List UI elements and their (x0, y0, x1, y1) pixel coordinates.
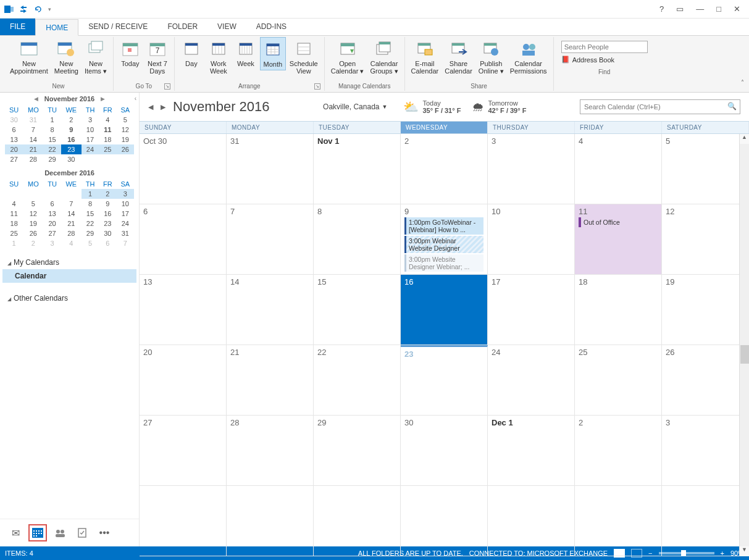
tab-home[interactable]: HOME (35, 19, 78, 36)
tab-send-receive[interactable]: SEND / RECEIVE (78, 19, 157, 35)
arrange-launcher-icon[interactable]: ↘ (314, 83, 320, 90)
mini-cal-day[interactable]: 5 (117, 115, 134, 125)
open-calendar-button[interactable]: Open Calendar ▾ (328, 37, 367, 77)
mini-cal-day[interactable]: 24 (82, 144, 99, 154)
weather-location[interactable]: Oakville, Canada▼ (323, 102, 387, 111)
prev-month-icon[interactable]: ◀ (31, 96, 41, 102)
zoom-slider[interactable] (659, 552, 714, 554)
mini-cal-day[interactable]: 27 (5, 154, 23, 164)
mini-cal-day[interactable]: 21 (61, 219, 82, 228)
mini-cal-day[interactable]: 2 (61, 115, 82, 125)
mini-cal-day[interactable]: 13 (43, 209, 61, 219)
mini-cal-day[interactable]: 25 (5, 228, 23, 238)
day-button[interactable]: Day (178, 37, 204, 69)
calendar-cell[interactable] (227, 486, 314, 556)
mail-nav-icon[interactable]: ✉ (6, 524, 25, 541)
calendar-event[interactable]: 3:00pm Website Designer Webinar; ... (404, 254, 483, 272)
mini-cal-day[interactable]: 5 (23, 199, 43, 209)
tab-file[interactable]: FILE (0, 19, 35, 35)
calendar-cell[interactable]: 11Out of Office (575, 204, 662, 275)
schedule-view-button[interactable]: Schedule View (287, 37, 320, 77)
mini-cal-day[interactable]: 7 (23, 125, 43, 135)
work-week-button[interactable]: Work Week (206, 37, 232, 77)
month-button[interactable]: Month (260, 37, 286, 70)
mini-cal-day[interactable]: 18 (5, 219, 23, 228)
mini-cal-day[interactable]: 3 (82, 115, 99, 125)
mini-cal-day[interactable]: 9 (99, 199, 116, 209)
calendar-cell[interactable] (575, 486, 662, 556)
mini-cal-day[interactable]: 6 (5, 125, 23, 135)
mini-cal-day[interactable]: 20 (43, 219, 61, 228)
mini-cal-day[interactable]: 15 (82, 209, 99, 219)
address-book-button[interactable]: 📕Address Book (561, 56, 648, 64)
mini-cal-day[interactable] (43, 189, 61, 199)
mini-cal-day[interactable]: 12 (23, 209, 43, 219)
share-calendar-button[interactable]: Share Calendar (442, 37, 475, 77)
calendar-cell[interactable]: 21 (227, 345, 314, 416)
calendar-cell[interactable]: 15 (314, 275, 401, 345)
mini-cal-day[interactable]: 23 (61, 144, 82, 154)
next-month-icon[interactable]: ▶ (98, 96, 107, 102)
mini-cal-day[interactable]: 31 (117, 228, 134, 238)
mini-cal-day[interactable] (117, 154, 134, 164)
mini-cal-day[interactable]: 17 (117, 209, 134, 219)
mini-cal-day[interactable]: 9 (61, 125, 82, 135)
send-receive-icon[interactable] (19, 4, 28, 14)
mini-cal-day[interactable] (61, 189, 82, 199)
mini-cal-day[interactable]: 2 (99, 189, 116, 199)
calendar-cell[interactable]: 3 (488, 134, 575, 204)
qat-customize-icon[interactable]: ▾ (48, 6, 51, 12)
calendar-cell[interactable]: 17 (488, 275, 575, 345)
calendar-cell[interactable]: 10 (488, 204, 575, 275)
search-calendar-input[interactable] (580, 99, 740, 114)
collapse-sidebar-icon[interactable]: ‹ (135, 95, 136, 102)
calendar-cell[interactable] (140, 486, 227, 556)
calendar-permissions-button[interactable]: Calendar Permissions (508, 37, 550, 77)
mini-cal-day[interactable]: 11 (99, 125, 116, 135)
more-nav-icon[interactable]: ••• (95, 524, 114, 541)
mini-cal-day[interactable]: 22 (43, 144, 61, 154)
mini-cal-day[interactable]: 6 (43, 199, 61, 209)
mini-cal-day[interactable]: 10 (117, 199, 134, 209)
search-people-input[interactable] (561, 41, 648, 53)
mini-cal-day[interactable]: 23 (99, 219, 116, 228)
other-calendars-header[interactable]: Other Calendars (2, 291, 136, 305)
collapse-ribbon-icon[interactable]: ˄ (741, 79, 744, 86)
mini-cal-day[interactable]: 16 (99, 209, 116, 219)
mini-cal-day[interactable]: 8 (82, 199, 99, 209)
mini-cal-day[interactable]: 22 (82, 219, 99, 228)
week-button[interactable]: Week (233, 37, 259, 69)
calendar-cell[interactable]: 18 (575, 275, 662, 345)
calendar-item[interactable]: Calendar (2, 269, 136, 283)
next-7-days-button[interactable]: 7Next 7 Days (144, 37, 170, 77)
mini-cal-day[interactable]: 10 (82, 125, 99, 135)
calendar-event[interactable]: Out of Office (579, 217, 658, 227)
calendar-event[interactable]: 3:00pm Webinar Website Designer (404, 236, 483, 253)
mini-cal-day[interactable]: 21 (23, 144, 43, 154)
calendar-cell[interactable]: 2 (401, 134, 488, 204)
calendar-cell[interactable]: Dec 1 (488, 416, 575, 486)
prev-period-icon[interactable]: ◀ (148, 103, 153, 111)
mini-cal-day[interactable]: 15 (43, 135, 61, 144)
mini-cal-day[interactable]: 16 (61, 135, 82, 144)
mini-cal-day[interactable]: 4 (5, 199, 23, 209)
calendar-cell[interactable]: 7 (227, 204, 314, 275)
close-button[interactable]: ✕ (730, 3, 744, 15)
mini-cal-day[interactable]: 4 (61, 238, 82, 248)
calendar-cell[interactable]: 23 (401, 345, 488, 416)
maximize-button[interactable]: □ (713, 3, 725, 15)
new-appointment-button[interactable]: New Appointment (7, 37, 51, 77)
calendar-cell[interactable] (314, 486, 401, 556)
next-period-icon[interactable]: ▶ (161, 103, 165, 111)
mini-cal-day[interactable]: 7 (117, 238, 134, 248)
calendar-cell[interactable]: 3 (662, 416, 749, 486)
calendar-cell[interactable]: 24 (488, 345, 575, 416)
mini-cal-day[interactable]: 30 (5, 115, 23, 125)
help-icon[interactable]: ? (656, 3, 667, 15)
mini-cal-day[interactable]: 26 (117, 144, 134, 154)
calendar-cell[interactable]: 91:00pm GoToWebinar - [Webinar] How to .… (401, 204, 488, 275)
calendar-cell[interactable]: 31 (227, 134, 314, 204)
mini-cal-day[interactable]: 25 (99, 144, 116, 154)
calendar-cell[interactable]: 29 (314, 416, 401, 486)
today-button[interactable]: Today (117, 37, 143, 69)
